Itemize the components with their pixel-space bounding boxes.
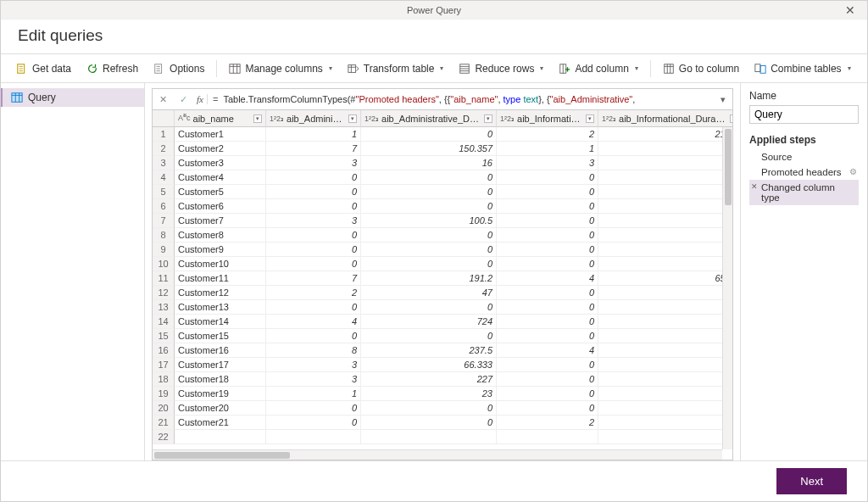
next-button[interactable]: Next <box>776 468 847 494</box>
cell[interactable]: Customer10 <box>175 257 266 271</box>
row-number[interactable]: 3 <box>153 156 175 170</box>
row-number[interactable]: 11 <box>153 271 175 286</box>
cell[interactable] <box>598 372 733 387</box>
cell[interactable]: 0 <box>266 243 361 257</box>
cell[interactable]: 4 <box>266 315 361 329</box>
cell[interactable]: 8 <box>266 343 361 358</box>
cell[interactable]: 3 <box>266 372 361 387</box>
cell[interactable]: 150.357 <box>361 142 497 156</box>
cell[interactable]: 0 <box>497 387 598 401</box>
cell[interactable] <box>598 142 733 156</box>
cell[interactable]: 0 <box>497 185 598 199</box>
cell[interactable] <box>266 430 361 444</box>
cell[interactable]: 0 <box>361 401 497 416</box>
cell[interactable]: Customer2 <box>175 142 266 156</box>
row-number[interactable]: 2 <box>153 142 175 156</box>
cell[interactable] <box>598 401 733 416</box>
cell[interactable]: 5 <box>598 416 733 430</box>
cell[interactable]: Customer6 <box>175 199 266 214</box>
cell[interactable]: 14 <box>598 343 733 358</box>
row-number[interactable]: 4 <box>153 170 175 185</box>
cell[interactable]: 2 <box>497 127 598 142</box>
cell[interactable]: 0 <box>497 329 598 343</box>
horizontal-scrollbar[interactable] <box>153 449 722 460</box>
row-number[interactable]: 13 <box>153 300 175 315</box>
cell[interactable]: Customer7 <box>175 214 266 228</box>
row-number[interactable]: 17 <box>153 358 175 372</box>
cell[interactable] <box>598 170 733 185</box>
row-number[interactable]: 5 <box>153 185 175 199</box>
cell[interactable]: 3 <box>266 214 361 228</box>
cell[interactable]: 0 <box>497 358 598 372</box>
row-number[interactable]: 9 <box>153 243 175 257</box>
cell[interactable]: 0 <box>266 185 361 199</box>
cell[interactable]: 0 <box>497 243 598 257</box>
cell[interactable]: Customer15 <box>175 329 266 343</box>
row-number[interactable]: 16 <box>153 343 175 358</box>
cell[interactable]: 0 <box>266 170 361 185</box>
cell[interactable]: 237.5 <box>361 343 497 358</box>
row-number[interactable]: 8 <box>153 228 175 243</box>
cell[interactable]: Customer17 <box>175 358 266 372</box>
cell[interactable]: 1 <box>266 127 361 142</box>
cell[interactable] <box>175 430 266 444</box>
cell[interactable]: Customer16 <box>175 343 266 358</box>
cell[interactable]: Customer12 <box>175 286 266 300</box>
cell[interactable]: 724 <box>361 315 497 329</box>
cell[interactable]: 2 <box>266 286 361 300</box>
cell[interactable]: 0 <box>266 257 361 271</box>
cell[interactable]: 191.2 <box>361 271 497 286</box>
cell[interactable]: 3 <box>266 156 361 170</box>
row-number[interactable]: 12 <box>153 286 175 300</box>
cell[interactable]: 0 <box>266 401 361 416</box>
cell[interactable]: 100.5 <box>361 214 497 228</box>
cell[interactable]: 8 <box>598 156 733 170</box>
column-header[interactable]: 1²2₃aib_Informational▾ <box>497 110 598 127</box>
row-number[interactable]: 6 <box>153 199 175 214</box>
column-header[interactable]: 1²2₃aib_Administrative▾ <box>266 110 361 127</box>
delete-step-icon[interactable]: ✕ <box>751 182 758 191</box>
cell[interactable]: Customer21 <box>175 416 266 430</box>
cell[interactable] <box>598 387 733 401</box>
manage-columns-button[interactable]: Manage columns ▾ <box>222 59 338 78</box>
cell[interactable]: 3 <box>497 156 598 170</box>
cell[interactable] <box>598 257 733 271</box>
accept-formula-icon[interactable]: ✓ <box>173 94 193 105</box>
cell[interactable] <box>598 228 733 243</box>
cell[interactable]: Customer1 <box>175 127 266 142</box>
cell[interactable] <box>361 430 497 444</box>
step-changed-column-type[interactable]: ✕Changed column type <box>749 180 859 205</box>
column-filter-icon[interactable]: ▾ <box>730 114 733 123</box>
cell[interactable]: 0 <box>497 170 598 185</box>
column-header[interactable]: 1²2₃aib_Informational_Duration▾ <box>598 110 733 127</box>
cell[interactable]: 2 <box>497 416 598 430</box>
cell[interactable]: 654.3 <box>598 271 733 286</box>
cell[interactable]: 0 <box>497 214 598 228</box>
cell[interactable]: Customer3 <box>175 156 266 170</box>
cell[interactable]: 0 <box>497 257 598 271</box>
cell[interactable]: 23 <box>361 387 497 401</box>
cell[interactable]: 0 <box>361 243 497 257</box>
column-header[interactable]: Aᴯcaib_name▾ <box>175 110 266 127</box>
query-item[interactable]: Query <box>1 88 144 107</box>
cell[interactable] <box>598 286 733 300</box>
combine-tables-button[interactable]: Combine tables ▾ <box>748 59 857 78</box>
column-filter-icon[interactable]: ▾ <box>253 114 262 123</box>
cell[interactable]: 47 <box>361 286 497 300</box>
query-name-input[interactable] <box>749 105 859 124</box>
row-number[interactable]: 18 <box>153 372 175 387</box>
cell[interactable]: 0 <box>266 228 361 243</box>
row-number[interactable]: 15 <box>153 329 175 343</box>
cell[interactable]: Customer9 <box>175 243 266 257</box>
column-filter-icon[interactable]: ▾ <box>348 114 357 123</box>
row-number[interactable]: 7 <box>153 214 175 228</box>
cell[interactable]: 16 <box>361 156 497 170</box>
refresh-button[interactable]: Refresh <box>80 59 145 78</box>
row-number[interactable]: 14 <box>153 315 175 329</box>
row-number[interactable]: 20 <box>153 401 175 416</box>
cell[interactable]: 0 <box>497 372 598 387</box>
cell[interactable]: 0 <box>497 315 598 329</box>
add-column-button[interactable]: Add column ▾ <box>552 59 644 78</box>
formula-expand-icon[interactable]: ▾ <box>714 94 732 105</box>
cell[interactable]: Customer8 <box>175 228 266 243</box>
